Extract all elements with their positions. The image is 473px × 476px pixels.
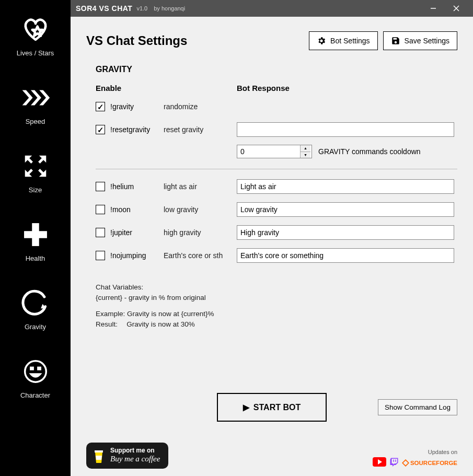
column-header-enable: Enable xyxy=(96,84,237,92)
divider xyxy=(96,169,457,169)
save-icon xyxy=(391,36,400,45)
minimize-button[interactable] xyxy=(422,0,445,17)
svg-rect-10 xyxy=(395,460,396,462)
page-title: VS Chat Settings xyxy=(86,33,187,48)
gear-icon xyxy=(317,36,326,45)
vars-line: Result: Gravity is now at 30% xyxy=(96,319,457,330)
svg-rect-8 xyxy=(95,450,103,452)
start-bot-button[interactable]: ▶ START BOT xyxy=(217,393,327,422)
app-version: v1.0 xyxy=(136,5,147,11)
checkbox-helium[interactable] xyxy=(96,182,105,191)
sidebar-item-speed[interactable]: Speed xyxy=(0,78,71,130)
content: VS Chat Settings Bot Settings Save Setti… xyxy=(71,17,473,476)
vars-line: Example: Gravity is now at {current}% xyxy=(96,309,457,319)
twitch-icon[interactable] xyxy=(389,457,399,469)
buy-me-a-coffee-button[interactable]: Support me on Buy me a coffee xyxy=(86,443,168,469)
cooldown-row: ▲ ▼ GRAVITY commands cooldown xyxy=(237,145,457,158)
command-label: !nojumping xyxy=(110,251,146,260)
command-label: !resetgravity xyxy=(110,125,150,134)
command-label: !jupiter xyxy=(110,228,132,237)
svg-rect-1 xyxy=(24,231,47,238)
command-label: !helium xyxy=(110,182,134,191)
checkbox-resetgravity[interactable] xyxy=(96,125,105,134)
command-desc: light as air xyxy=(164,182,237,191)
column-header-response: Bot Response xyxy=(237,84,290,92)
sidebar-item-health[interactable]: Health xyxy=(0,215,71,266)
close-button[interactable] xyxy=(445,0,468,17)
command-label: !moon xyxy=(110,205,131,214)
checkbox-moon[interactable] xyxy=(96,205,105,214)
main-area: SOR4 VS CHAT v1.0 by honganqi VS Chat Se… xyxy=(71,0,473,476)
sidebar-item-label: Size xyxy=(29,186,42,194)
sidebar-item-character[interactable]: Character xyxy=(0,352,71,403)
command-desc: high gravity xyxy=(164,228,237,237)
svg-point-2 xyxy=(25,361,46,382)
sidebar-item-gravity[interactable]: Gravity xyxy=(0,283,71,335)
spinner-up-button[interactable]: ▲ xyxy=(301,145,310,152)
svg-rect-11 xyxy=(393,460,394,462)
response-input-nojumping[interactable] xyxy=(237,248,454,263)
response-input-moon[interactable] xyxy=(237,202,454,217)
face-laugh-icon xyxy=(20,356,51,387)
response-input-resetgravity[interactable] xyxy=(237,122,454,137)
sidebar-item-label: Character xyxy=(20,391,50,399)
cooldown-label: GRAVITY commands cooldown xyxy=(318,147,421,156)
vars-line: Chat Variables: xyxy=(96,282,457,293)
checkbox-jupiter[interactable] xyxy=(96,228,105,237)
button-label: Save Settings xyxy=(405,37,449,45)
command-label: !gravity xyxy=(110,102,134,111)
sidebar-item-lives-stars[interactable]: Lives / Stars xyxy=(0,9,71,61)
section-title: GRAVITY xyxy=(96,65,457,74)
sidebar-item-label: Speed xyxy=(26,118,45,125)
bot-settings-button[interactable]: Bot Settings xyxy=(309,31,378,50)
sourceforge-label: SOURCEFORGE xyxy=(410,460,457,466)
command-desc: reset gravity xyxy=(164,125,237,134)
command-desc: Earth's core or sth xyxy=(164,251,237,260)
svg-rect-4 xyxy=(37,367,41,370)
button-label: START BOT xyxy=(253,403,301,412)
cooldown-input[interactable] xyxy=(237,145,300,158)
app-title: SOR4 VS CHAT xyxy=(76,4,132,13)
sidebar-item-label: Lives / Stars xyxy=(17,49,54,57)
save-settings-button[interactable]: Save Settings xyxy=(383,31,457,50)
bmac-line1: Support me on xyxy=(110,447,160,455)
command-row-gravity: !gravity randomize xyxy=(96,99,457,114)
sourceforge-link[interactable]: SOURCEFORGE xyxy=(402,459,457,467)
coffee-cup-icon xyxy=(93,447,105,464)
bmac-line2: Buy me a coffee xyxy=(110,455,160,463)
checkbox-nojumping[interactable] xyxy=(96,251,105,260)
expand-arrows-icon xyxy=(20,150,51,182)
command-row-resetgravity: !resetgravity reset gravity xyxy=(96,122,457,137)
heart-star-icon xyxy=(20,14,51,45)
command-desc: low gravity xyxy=(164,205,237,214)
button-label: Bot Settings xyxy=(330,37,370,45)
updates-label: Updates on xyxy=(428,449,457,455)
sidebar-item-size[interactable]: Size xyxy=(0,146,71,198)
play-icon: ▶ xyxy=(243,402,249,412)
chat-variables-help: Chat Variables: {current} - gravity in %… xyxy=(96,282,457,330)
updates-section: Updates on SOURCEFORGE xyxy=(373,449,457,469)
speed-chevrons-icon xyxy=(20,82,51,113)
svg-rect-3 xyxy=(30,367,34,370)
command-row-jupiter: !jupiter high gravity xyxy=(96,225,457,240)
response-input-helium[interactable] xyxy=(237,179,454,194)
command-row-moon: !moon low gravity xyxy=(96,202,457,217)
sidebar: Lives / Stars Speed Size xyxy=(0,0,71,476)
checkbox-gravity[interactable] xyxy=(96,102,105,111)
sidebar-item-label: Health xyxy=(26,254,45,262)
sidebar-item-label: Gravity xyxy=(25,323,46,331)
vars-line: {current} - gravity in % from original xyxy=(96,293,457,303)
command-row-nojumping: !nojumping Earth's core or sth xyxy=(96,248,457,263)
sourceforge-icon xyxy=(402,459,409,467)
gravity-icon xyxy=(20,287,51,319)
command-desc: randomize xyxy=(164,102,237,111)
cooldown-spinner[interactable]: ▲ ▼ xyxy=(237,145,312,158)
command-row-helium: !helium light as air xyxy=(96,179,457,194)
response-input-jupiter[interactable] xyxy=(237,225,454,240)
plus-icon xyxy=(20,219,51,250)
app-author: by honganqi xyxy=(154,5,185,11)
youtube-icon[interactable] xyxy=(373,457,386,469)
show-command-log-button[interactable]: Show Command Log xyxy=(378,399,457,415)
spinner-down-button[interactable]: ▼ xyxy=(301,152,310,158)
titlebar: SOR4 VS CHAT v1.0 by honganqi xyxy=(71,0,473,17)
